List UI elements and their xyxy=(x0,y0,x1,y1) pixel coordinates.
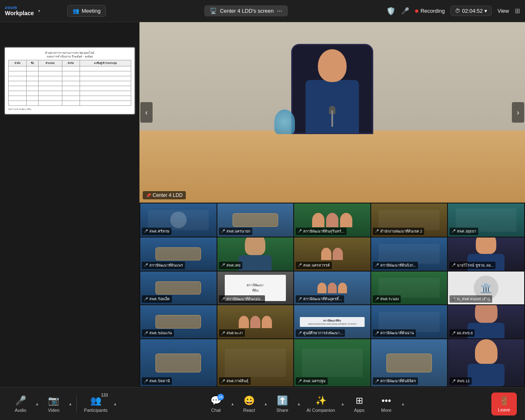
timer-box[interactable]: ⏱ 02:04:52 ▾ xyxy=(450,6,492,16)
cell-label-8: 🎤 สพด.นครสวรรค์ xyxy=(296,262,332,269)
gallery-cell-5[interactable]: 🎤 สพด.อยุธยา xyxy=(448,203,524,237)
leave-icon: 🚪 xyxy=(499,396,509,406)
gallery-grid: 🎤 สพด.ศรีสกษ 🎤 สพด.นครนายก xyxy=(139,203,525,387)
person-head xyxy=(318,49,347,82)
cell-label-1: 🎤 สพด.ศรีสกษ xyxy=(142,228,171,235)
room-table xyxy=(139,130,525,203)
main-video-label: 📌 Center 4 LDD xyxy=(143,191,186,199)
gallery-cell-11[interactable]: 🎤 สพด.ร้อยเอ็ด xyxy=(140,272,217,305)
timer-value: 02:04:52 xyxy=(462,8,483,14)
chat-badge: 26 xyxy=(217,394,224,400)
gallery-cell-6[interactable]: 🎤 สกานีพัฒนาที่ดินแพร่ xyxy=(140,237,217,271)
timer-icon: ⏱ xyxy=(455,8,460,14)
screen-tab-more-icon[interactable]: ⋯ xyxy=(277,8,282,14)
gallery-cell-20[interactable]: 🎤 ผอ.สพข.8 xyxy=(448,305,524,338)
gallery-cell-24[interactable]: 🎤 สกานีพัฒนาที่ดินพิจิตร xyxy=(371,339,447,386)
share-icon: ⬆️ xyxy=(277,395,288,406)
main-video-background xyxy=(139,22,525,203)
gallery-cell-10[interactable]: 🎤 นายวิโรจน์ ชูช่วย, ผอ... xyxy=(448,237,524,271)
apps-button[interactable]: ⊞ Apps xyxy=(347,393,372,415)
chat-button[interactable]: 💬 26 Chat xyxy=(203,393,228,415)
gallery-cell-18[interactable]: สกานีพัฒนาที่ดิน WAROONGKOON LAND DEVELO… xyxy=(294,305,370,338)
gallery-cell-7[interactable]: 🎤 สพด.เคย xyxy=(217,237,294,271)
audio-button[interactable]: 🎤 Audio xyxy=(8,393,33,415)
more-caret[interactable]: ▲ xyxy=(401,402,405,406)
bottombar: 🎤 Audio ▲ 📷 Video ▲ 👥 133 Participants ▲… xyxy=(0,387,525,420)
gallery-cell-9[interactable]: 🎤 สกานีพัฒนาที่ดินปิงก... xyxy=(371,237,447,271)
video-caret[interactable]: ▲ xyxy=(68,402,72,406)
shield-icon: 🛡️ xyxy=(386,7,395,16)
cell-label-3: 🎤 สกานีพัฒนาที่ดินสุรินทร์... xyxy=(296,228,347,235)
workplace-dropdown-icon[interactable]: ▾ xyxy=(38,9,40,13)
share-caret[interactable]: ▲ xyxy=(297,402,301,406)
gallery-cell-16[interactable]: 🎤 สพด.ขอนแก่น xyxy=(140,305,217,338)
gallery-cell-25[interactable]: 🎤 สพข.12 xyxy=(448,339,524,386)
gallery-cell-14[interactable]: 🎤 สพด.ระนอง xyxy=(371,272,447,305)
screen-tab[interactable]: 🖥️ Center 4 LDD's screen ⋯ xyxy=(204,5,288,16)
cell-label-4: 🎤 สำนักงานพัฒนาที่ดินเขต 2 xyxy=(373,228,425,235)
gallery-cell-19[interactable]: 🎤 สกานีพัฒนาที่ดินน่าน xyxy=(371,305,447,338)
gallery-cell-21[interactable]: 🎤 สพด.ปัตตานี xyxy=(140,339,217,386)
gallery-cell-2[interactable]: 🎤 สพด.นครนายก xyxy=(217,203,294,237)
react-caret[interactable]: ▲ xyxy=(264,402,267,406)
companion-caret[interactable]: ▲ xyxy=(341,402,345,406)
gallery-cell-1[interactable]: 🎤 สพด.ศรีสกษ xyxy=(140,203,217,237)
cell-label-11: 🎤 สพด.ร้อยเอ็ด xyxy=(142,295,172,303)
zoom-text: zoom xyxy=(5,5,17,10)
cell-label-24: 🎤 สกานีพัฒนาที่ดินพิจิตร xyxy=(373,377,418,385)
gallery-cell-15[interactable]: 🏛️ 🎤 N_สพด.หนองบัวลำภู xyxy=(448,272,524,305)
cell-label-5: 🎤 สพด.อยุธยา xyxy=(450,228,478,235)
share-label: Share xyxy=(276,408,288,413)
leave-button[interactable]: 🚪 Leave xyxy=(491,393,517,415)
right-controls: 🛡️ 🎤 Recording ⏱ 02:04:52 ▾ View ⊞ xyxy=(386,6,520,16)
cell-label-9: 🎤 สกานีพัฒนาที่ดินปิงก... xyxy=(373,262,418,269)
gallery-cell-13[interactable]: 🎤 สกานีพัฒนาที่ดินอุตรดิ์... xyxy=(294,272,370,305)
meeting-button[interactable]: 👥 Meeting xyxy=(67,5,106,17)
cell-label-2: 🎤 สพด.นครนายก xyxy=(219,228,253,235)
share-button[interactable]: ⬆️ Share xyxy=(270,393,294,415)
gallery-cell-12[interactable]: สกานีพัฒนาที่ดิน 🎤 สกานีพัฒนาที่ดินแม่อ.… xyxy=(217,272,294,305)
main-video-name: Center 4 LDD xyxy=(153,192,183,198)
cell-label-19: 🎤 สกานีพัฒนาที่ดินน่าน xyxy=(373,329,416,337)
video-icon: 📷 xyxy=(48,395,59,406)
gallery-cell-22[interactable]: 🎤 สพด.กาฬสินธุ์ xyxy=(217,339,294,386)
companion-button[interactable]: ✨ AI Companion xyxy=(303,393,338,415)
apps-icon: ⊞ xyxy=(356,395,363,406)
screen-tab-label: Center 4 LDD's screen xyxy=(220,8,274,14)
companion-icon: ✨ xyxy=(315,395,326,406)
audio-caret[interactable]: ▲ xyxy=(35,402,39,406)
gallery-cell-23[interactable]: 🎤 สพด.นครปฐม xyxy=(294,339,370,386)
chat-caret[interactable]: ▲ xyxy=(231,402,234,406)
cell-label-6: 🎤 สกานีพัฒนาที่ดินแพร่ xyxy=(142,262,185,269)
grid-icon[interactable]: ⊞ xyxy=(515,7,520,15)
pin-icon: 📌 xyxy=(146,193,151,198)
apps-label: Apps xyxy=(354,408,364,413)
cell-label-12: 🎤 สกานีพัฒนาที่ดินแม่อ... xyxy=(219,295,265,303)
more-button[interactable]: ••• More xyxy=(374,393,399,415)
video-button[interactable]: 📷 Video xyxy=(41,393,66,415)
main-video-area: 📌 Center 4 LDD ‹ › xyxy=(139,22,525,203)
cell-label-25: 🎤 สพข.12 xyxy=(450,377,472,385)
participants-caret[interactable]: ▲ xyxy=(113,402,117,406)
gallery-cell-3[interactable]: 🎤 สกานีพัฒนาที่ดินสุรินทร์... xyxy=(294,203,370,237)
cell-label-21: 🎤 สพด.ปัตตานี xyxy=(142,377,172,385)
gallery-cell-8[interactable]: 🎤 สพด.นครสวรรค์ xyxy=(294,237,370,271)
doc-footer: จัดทำโดยสำนักพัฒนาที่ดิน xyxy=(8,107,131,111)
react-button[interactable]: 😀 React xyxy=(237,393,261,415)
meeting-icon: 👥 xyxy=(73,8,79,14)
gallery-prev-button[interactable]: ‹ xyxy=(140,102,153,123)
gallery-next-button[interactable]: › xyxy=(512,102,524,123)
participants-count: 133 xyxy=(101,393,108,397)
participants-button[interactable]: 👥 133 Participants xyxy=(81,393,111,415)
view-button[interactable]: View xyxy=(498,8,509,14)
zoom-logo: zoom Workplace xyxy=(5,5,34,16)
video-label: Video xyxy=(48,408,59,413)
shared-screen-thumbnail[interactable]: ตัวอย่างการรายงานการประชุมออนไลน์ แผนการ… xyxy=(4,47,135,115)
react-label: React xyxy=(243,408,255,413)
left-panel: ตัวอย่างการรายงานการประชุมออนไลน์ แผนการ… xyxy=(0,22,139,387)
gallery-cell-17[interactable]: 🎤 สพด.พะงา xyxy=(217,305,294,338)
topbar: zoom Workplace ▾ 👥 Meeting 🖥️ Center 4 L… xyxy=(0,0,525,22)
gallery-cell-4[interactable]: 🎤 สำนักงานพัฒนาที่ดินเขต 2 xyxy=(371,203,447,237)
timer-dropdown-icon[interactable]: ▾ xyxy=(484,8,487,14)
cell-label-16: 🎤 สพด.ขอนแก่น xyxy=(142,329,174,337)
